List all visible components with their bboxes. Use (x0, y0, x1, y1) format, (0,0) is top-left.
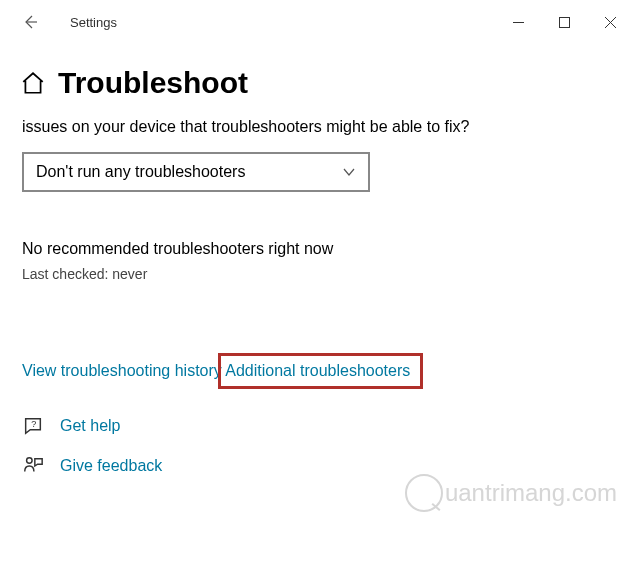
last-checked: Last checked: never (22, 266, 611, 282)
svg-point-2 (27, 458, 32, 464)
additional-troubleshooters-link[interactable]: Additional troubleshooters (225, 362, 410, 380)
watermark: uantrimang.com (405, 474, 617, 512)
page-header: Troubleshoot (0, 44, 633, 108)
back-button[interactable] (18, 10, 42, 34)
chevron-down-icon (342, 165, 356, 179)
svg-rect-0 (559, 17, 569, 27)
content: issues on your device that troubleshoote… (0, 116, 633, 477)
close-icon (605, 17, 616, 28)
back-arrow-icon (22, 14, 38, 30)
view-history-link[interactable]: View troubleshooting history (22, 362, 222, 380)
minimize-button[interactable] (495, 0, 541, 44)
home-icon (20, 70, 46, 96)
page-title: Troubleshoot (58, 66, 248, 100)
window-controls (495, 0, 633, 44)
titlebar: Settings (0, 0, 633, 44)
intro-text: issues on your device that troubleshoote… (22, 116, 611, 138)
watermark-text: uantrimang.com (445, 479, 617, 507)
give-feedback-link: Give feedback (60, 457, 162, 475)
svg-text:?: ? (31, 419, 36, 429)
maximize-icon (559, 17, 570, 28)
dropdown-value: Don't run any troubleshooters (36, 163, 245, 181)
feedback-icon (22, 455, 44, 477)
chat-help-icon: ? (22, 415, 44, 437)
additional-highlight: Additional troubleshooters (218, 353, 423, 389)
maximize-button[interactable] (541, 0, 587, 44)
troubleshooter-dropdown[interactable]: Don't run any troubleshooters (22, 152, 370, 192)
close-button[interactable] (587, 0, 633, 44)
get-help-link: Get help (60, 417, 120, 435)
watermark-logo-icon (405, 474, 443, 512)
status-text: No recommended troubleshooters right now (22, 240, 611, 258)
minimize-icon (513, 17, 524, 28)
app-title: Settings (70, 15, 117, 30)
give-feedback-row[interactable]: Give feedback (22, 455, 611, 477)
get-help-row[interactable]: ? Get help (22, 415, 611, 437)
